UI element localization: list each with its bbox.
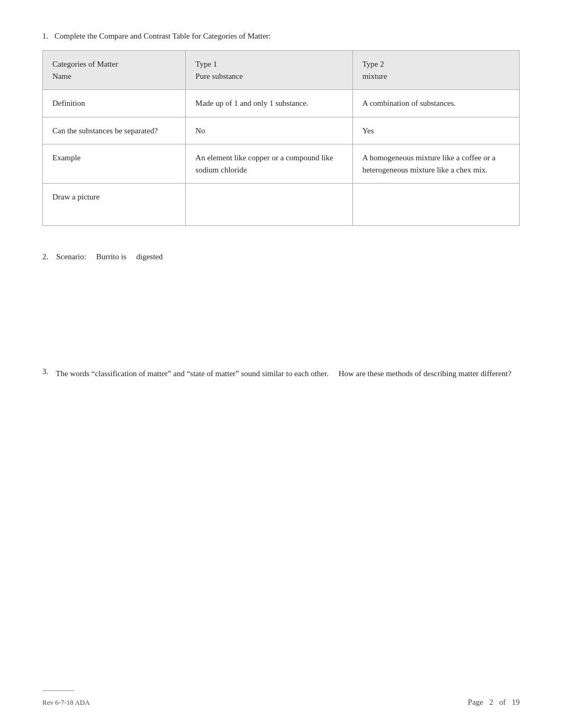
row-example-type1: An element like copper or a compound lik… bbox=[186, 144, 352, 184]
q2-text2: digested bbox=[137, 252, 163, 261]
header-col3-line1: Type 2 bbox=[362, 60, 384, 68]
row-draw-type1 bbox=[186, 184, 352, 226]
header-col1-line2: Name bbox=[52, 72, 71, 80]
q3-number: 3. bbox=[42, 367, 48, 376]
row-definition-label: Definition bbox=[43, 90, 186, 117]
question-2-block: 2. Scenario: Burrito is digested bbox=[42, 252, 520, 261]
q2-number: 2. bbox=[42, 252, 48, 261]
q1-text: Complete the Compare and Contrast Table … bbox=[55, 32, 271, 40]
row-separated-type1: No bbox=[186, 117, 352, 144]
row-definition-type1: Made up of 1 and only 1 substance. bbox=[186, 90, 352, 117]
row-separated-label: Can the substances be separated? bbox=[43, 117, 186, 144]
row-definition-type2: A combination of substances. bbox=[352, 90, 519, 117]
row-example-type2: A homogeneous mixture like a coffee or a… bbox=[352, 144, 519, 184]
footer-of: of bbox=[499, 698, 506, 706]
question-1-label: 1. Complete the Compare and Contrast Tab… bbox=[42, 32, 520, 41]
header-col3-line2: mixture bbox=[362, 72, 387, 80]
table-header-row: Categories of Matter Name Type 1 Pure su… bbox=[43, 51, 520, 90]
footer-page-number: 2 bbox=[490, 698, 494, 706]
page-container: 1. Complete the Compare and Contrast Tab… bbox=[0, 0, 562, 728]
table-row: Can the substances be separated? No Yes bbox=[43, 117, 520, 144]
row-draw-type2 bbox=[352, 184, 519, 226]
q2-text: Burrito is bbox=[96, 252, 126, 261]
question-1-block: 1. Complete the Compare and Contrast Tab… bbox=[42, 32, 520, 226]
row-example-label: Example bbox=[43, 144, 186, 184]
header-col1: Categories of Matter Name bbox=[43, 51, 186, 90]
q1-number: 1. bbox=[42, 32, 48, 40]
footer-page-label: Page bbox=[468, 698, 483, 706]
table-row: Example An element like copper or a comp… bbox=[43, 144, 520, 184]
header-col2-line2: Pure substance bbox=[195, 72, 243, 80]
table-row: Draw a picture bbox=[43, 184, 520, 226]
q3-text: The words “classification of matter” and… bbox=[56, 367, 511, 380]
compare-table: Categories of Matter Name Type 1 Pure su… bbox=[42, 50, 520, 226]
page-footer: Rev 6-7-18 ADA Page 2 of 19 bbox=[0, 698, 562, 707]
header-col2-line1: Type 1 bbox=[195, 60, 217, 68]
row-draw-label: Draw a picture bbox=[43, 184, 186, 226]
q2-content: 2. Scenario: Burrito is digested bbox=[42, 252, 520, 261]
footer-revision: Rev 6-7-18 ADA bbox=[42, 698, 90, 707]
table-row: Definition Made up of 1 and only 1 subst… bbox=[43, 90, 520, 117]
footer-divider bbox=[42, 690, 74, 691]
question-3-block: 3. The words “classification of matter” … bbox=[42, 367, 520, 380]
row-separated-type2: Yes bbox=[352, 117, 519, 144]
header-col1-line1: Categories of Matter bbox=[52, 60, 118, 68]
footer-page-info: Page 2 of 19 bbox=[468, 698, 520, 707]
q3-row: 3. The words “classification of matter” … bbox=[42, 367, 520, 380]
header-col2: Type 1 Pure substance bbox=[186, 51, 352, 90]
header-col3: Type 2 mixture bbox=[352, 51, 519, 90]
footer-total: 19 bbox=[512, 698, 520, 706]
q2-label: Scenario: bbox=[56, 252, 86, 261]
